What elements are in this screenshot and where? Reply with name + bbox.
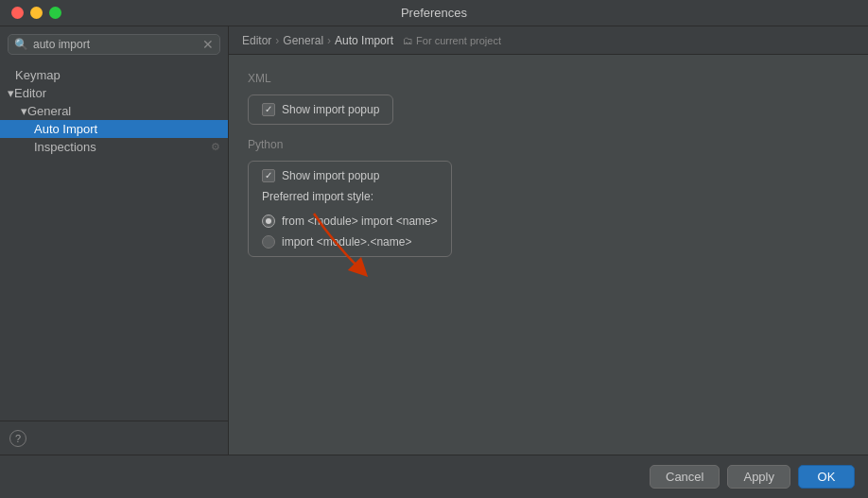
xml-show-popup-label: Show import popup [282, 103, 379, 116]
python-show-popup-option[interactable]: Show import popup [262, 169, 438, 182]
sidebar-item-keymap[interactable]: Keymap [0, 66, 228, 84]
help-button[interactable]: ? [9, 430, 26, 447]
clear-search-icon[interactable]: ✕ [202, 38, 214, 51]
title-bar: Preferences [0, 0, 868, 26]
search-input[interactable] [33, 38, 198, 51]
python-show-popup-checkbox[interactable] [262, 169, 275, 182]
main-layout: 🔍 ✕ Keymap ▾ Editor ▾ General Auto Impor… [0, 26, 868, 455]
window-title: Preferences [401, 6, 467, 20]
xml-section-label: XML [248, 72, 849, 85]
xml-show-popup-checkbox[interactable] [262, 103, 275, 116]
breadcrumb-editor: Editor [242, 34, 271, 47]
preferred-import-label: Preferred import style: [262, 190, 438, 203]
minimize-button[interactable] [30, 7, 43, 19]
xml-options-group: Show import popup [248, 94, 393, 125]
footer: Cancel Apply OK [0, 455, 868, 498]
sidebar-item-inspections[interactable]: Inspections ⚙ [0, 138, 228, 156]
sidebar-tree: Keymap ▾ Editor ▾ General Auto Import In… [0, 62, 228, 421]
arrow-editor: ▾ [8, 86, 14, 100]
apply-button[interactable]: Apply [727, 465, 790, 489]
python-show-popup-label: Show import popup [282, 169, 379, 182]
sidebar-item-label: Editor [14, 86, 46, 100]
module-icon: 🗂 [403, 35, 413, 46]
breadcrumb-general: General [283, 34, 323, 47]
sidebar-item-label: General [27, 104, 71, 118]
search-icon: 🔍 [14, 38, 28, 51]
sidebar-item-label: Keymap [8, 68, 61, 82]
xml-show-popup-option[interactable]: Show import popup [262, 103, 379, 116]
inspections-settings-icon: ⚙ [211, 141, 220, 153]
breadcrumb-sep-1: › [275, 34, 279, 47]
content-body: XML Show import popup Python Show import… [229, 55, 868, 455]
python-options-group: Show import popup Preferred import style… [248, 161, 452, 257]
window-controls [11, 7, 61, 19]
sidebar-item-editor[interactable]: ▾ Editor [0, 84, 228, 102]
content-panel: Editor › General › Auto Import 🗂 For cur… [229, 26, 868, 455]
radio-import-module-button[interactable] [262, 235, 275, 249]
search-bar: 🔍 ✕ [8, 34, 220, 55]
sidebar-item-general[interactable]: ▾ General [0, 102, 228, 120]
ok-button[interactable]: OK [798, 465, 855, 489]
maximize-button[interactable] [49, 7, 61, 19]
sidebar-item-label: Auto Import [8, 122, 97, 136]
breadcrumb-autoimport: Auto Import [335, 34, 393, 47]
breadcrumb: Editor › General › Auto Import 🗂 For cur… [229, 26, 868, 55]
close-button[interactable] [11, 7, 24, 19]
radio-from-import[interactable]: from <module> import <name> [262, 215, 438, 228]
radio-from-import-label: from <module> import <name> [282, 215, 438, 228]
sidebar-item-auto-import[interactable]: Auto Import [0, 120, 228, 138]
radio-import-module-label: import <module>.<name> [282, 235, 411, 249]
cancel-button[interactable]: Cancel [650, 465, 720, 489]
arrow-general: ▾ [8, 104, 27, 118]
python-section-label: Python [248, 138, 849, 151]
sidebar-item-label: Inspections [8, 140, 211, 154]
sidebar-bottom: ? [0, 421, 228, 455]
breadcrumb-project: 🗂 For current project [403, 35, 501, 46]
radio-import-module[interactable]: import <module>.<name> [262, 235, 438, 249]
breadcrumb-sep-2: › [327, 34, 331, 47]
radio-from-import-button[interactable] [262, 215, 275, 228]
sidebar: 🔍 ✕ Keymap ▾ Editor ▾ General Auto Impor… [0, 26, 229, 455]
